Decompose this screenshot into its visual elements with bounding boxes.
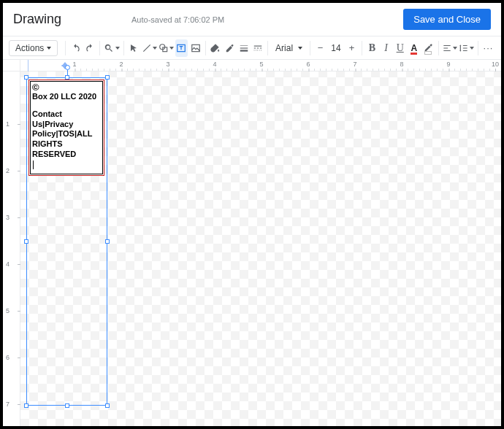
resize-handle-sw[interactable] <box>24 403 28 408</box>
toolbar: Actions <box>3 36 501 60</box>
ruler-v-tick: 1 <box>6 120 9 128</box>
ruler-corner <box>3 60 20 72</box>
separator <box>65 41 66 55</box>
ruler-origin-marker <box>28 60 28 72</box>
ruler-h-tick: 4 <box>213 61 216 68</box>
font-size-decrease-button[interactable]: − <box>314 39 327 57</box>
save-and-close-button[interactable]: Save and Close <box>403 9 491 30</box>
ruler-v-tick: 6 <box>6 354 9 361</box>
chevron-down-icon <box>47 47 51 50</box>
textbox-body: Contact Us|Privacy Policy|TOS|ALL RIGHTS… <box>32 109 101 160</box>
separator <box>310 41 310 55</box>
line-tool-button[interactable] <box>142 39 157 57</box>
shape-tool-button[interactable] <box>159 39 174 57</box>
ruler-h-tick: 5 <box>259 61 263 68</box>
chevron-down-icon <box>153 47 157 50</box>
image-tool-button[interactable] <box>189 39 202 57</box>
align-button[interactable] <box>442 39 457 57</box>
resize-handle-s[interactable] <box>65 403 69 408</box>
zoom-button[interactable] <box>104 39 120 57</box>
chevron-down-icon <box>169 47 174 50</box>
ruler-v-tick: 5 <box>6 307 9 314</box>
highlight-color-button[interactable] <box>421 39 434 57</box>
separator <box>99 41 100 55</box>
actions-label: Actions <box>15 43 44 53</box>
dialog-title: Drawing <box>13 12 61 27</box>
border-color-button[interactable] <box>224 39 236 57</box>
separator <box>205 41 206 55</box>
resize-handle-se[interactable] <box>105 403 110 408</box>
chevron-down-icon <box>115 47 120 50</box>
line-spacing-button[interactable] <box>459 39 474 57</box>
ruler-v-tick: 3 <box>6 214 9 221</box>
resize-handle-e[interactable] <box>105 239 110 244</box>
select-tool-button[interactable] <box>128 39 140 57</box>
border-dash-button[interactable] <box>251 39 264 57</box>
font-family-label: Arial <box>275 43 293 53</box>
resize-handle-ne[interactable] <box>105 75 110 80</box>
ruler-h-tick: 7 <box>353 61 356 68</box>
ruler-h-tick: 9 <box>446 61 450 68</box>
ruler-v-tick: 4 <box>6 260 9 268</box>
separator <box>438 41 439 55</box>
more-tools-button[interactable]: ··· <box>482 39 495 57</box>
undo-button[interactable] <box>69 39 82 57</box>
text-caret <box>33 161 34 169</box>
selected-textbox[interactable]: © Box 20 LLC 2020 Contact Us|Privacy Pol… <box>26 77 107 406</box>
font-size-increase-button[interactable]: + <box>345 39 358 57</box>
italic-button[interactable]: I <box>380 39 392 57</box>
ruler-h-tick: 8 <box>400 61 403 68</box>
redo-button[interactable] <box>83 39 96 57</box>
separator <box>123 41 124 55</box>
underline-button[interactable]: U <box>394 39 406 57</box>
ruler-h-tick: 10 <box>492 61 499 68</box>
ruler-h-tick: 6 <box>306 61 310 68</box>
separator <box>267 41 268 55</box>
autosave-status: Auto-saved at 7:06:02 PM <box>131 15 224 24</box>
font-size-input[interactable]: 14 <box>327 40 345 56</box>
ruler-v-tick: 7 <box>6 401 9 408</box>
horizontal-ruler[interactable]: 12345678910 <box>20 60 501 72</box>
border-weight-button[interactable] <box>237 39 250 57</box>
bold-button[interactable]: B <box>366 39 378 57</box>
font-family-select[interactable]: Arial <box>271 40 307 56</box>
ruler-h-tick: 3 <box>166 61 169 68</box>
textbox-tool-button[interactable] <box>175 39 188 57</box>
text-edit-region[interactable]: © Box 20 LLC 2020 Contact Us|Privacy Pol… <box>28 80 104 176</box>
chevron-down-icon <box>453 47 457 50</box>
vertical-ruler[interactable]: 1234567 <box>3 72 20 426</box>
fill-color-button[interactable] <box>210 39 222 57</box>
resize-handle-w[interactable] <box>24 239 28 244</box>
drawing-canvas[interactable]: 12345678910 1234567 © Box 20 LLC 2020 Co… <box>3 60 501 426</box>
copyright-symbol: © <box>32 82 101 92</box>
separator <box>478 41 478 55</box>
blank-line <box>32 102 101 109</box>
textbox-line1: Box 20 LLC 2020 <box>32 92 101 102</box>
text-color-button[interactable]: A <box>408 39 420 57</box>
actions-menu-button[interactable]: Actions <box>9 40 58 56</box>
separator <box>362 41 362 55</box>
dialog-header: Drawing Auto-saved at 7:06:02 PM Save an… <box>3 3 501 36</box>
rotate-handle[interactable] <box>65 65 70 70</box>
ruler-h-tick: 2 <box>119 61 123 68</box>
ruler-v-tick: 2 <box>6 167 9 174</box>
ruler-h-tick: 1 <box>72 61 76 68</box>
chevron-down-icon <box>298 47 302 50</box>
chevron-down-icon <box>470 47 474 50</box>
